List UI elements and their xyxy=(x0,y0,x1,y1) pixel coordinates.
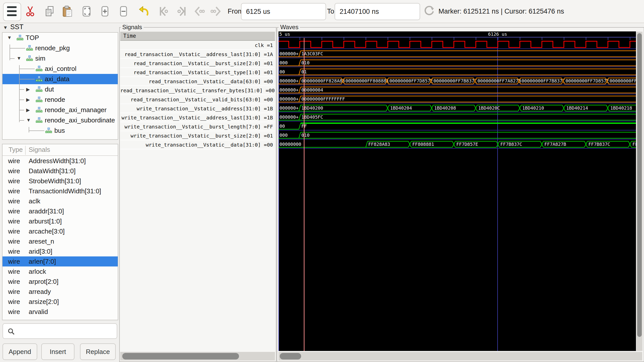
from-input[interactable] xyxy=(242,4,326,20)
signal-row[interactable]: write_transaction__Vstatic__data[31:0] =… xyxy=(120,140,275,149)
signal-row[interactable]: read_transaction__Vstatic__valid_bits[63… xyxy=(120,95,275,104)
tree-item-renode_pkg[interactable]: renode_pkg xyxy=(3,43,118,53)
signal-row[interactable]: read_transaction__Vstatic__address_last[… xyxy=(120,50,275,59)
tree-item-axi_data[interactable]: axi_data xyxy=(3,74,118,84)
signal-row[interactable]: clk =1 xyxy=(120,41,275,50)
table-row[interactable]: wire TransactionIdWidth[31:0] xyxy=(3,186,118,196)
table-row[interactable]: wire aclk xyxy=(3,196,118,206)
go-to-end-icon[interactable] xyxy=(176,5,188,17)
tree-item-bus[interactable]: bus xyxy=(3,125,118,136)
svg-text:5 us: 5 us xyxy=(279,31,290,37)
tree-item-label: renode_pkg xyxy=(35,44,70,52)
signal-type: wire xyxy=(8,258,20,265)
sst-label: SST xyxy=(10,23,24,31)
waves-vscrollbar-thumb[interactable] xyxy=(637,33,642,337)
tree-item-renode[interactable]: ▶ renode xyxy=(3,95,118,105)
signal-row[interactable]: write_transaction__Vstatic__address_last… xyxy=(120,113,275,122)
svg-text:1BD40208: 1BD40208 xyxy=(434,105,456,111)
tree-item-axi_control[interactable]: axi_control xyxy=(3,64,118,74)
shift-right-icon[interactable] xyxy=(211,5,223,17)
expander-open-icon[interactable]: ▼ xyxy=(26,117,31,123)
waves-hscrollbar[interactable] xyxy=(278,352,642,360)
table-row[interactable]: wire StrobeWidth[31:0] xyxy=(3,176,118,186)
tree-item-renode_axi_subordinate[interactable]: ▼ renode_axi_subordinate xyxy=(3,115,118,125)
signal-search-field[interactable] xyxy=(3,323,117,339)
from-entry[interactable] xyxy=(241,3,326,20)
signal-type: wire xyxy=(8,228,20,235)
svg-text:1BD40214: 1BD40214 xyxy=(566,105,588,111)
signal-row[interactable]: read_transaction__Vstatic__data[63:0] =0… xyxy=(120,77,275,86)
signals-hscrollbar-thumb[interactable] xyxy=(122,353,239,359)
table-row[interactable]: wire arlock xyxy=(3,266,118,277)
signal-row[interactable]: read_transaction__Vstatic__burst_type[1:… xyxy=(120,68,275,77)
tree-item-TOP[interactable]: ▼ TOP xyxy=(3,33,118,43)
hamburger-menu-button[interactable] xyxy=(3,3,21,21)
zoom-fit-icon[interactable] xyxy=(80,5,93,17)
table-row[interactable]: wire DataWidth[31:0] xyxy=(3,166,118,176)
column-separator xyxy=(25,146,26,155)
undo-icon[interactable] xyxy=(138,5,150,17)
hierarchy-tree: ▼ TOP renode_pkg▼ sim axi_control axi_da… xyxy=(2,32,118,140)
table-row[interactable]: wire araddr[31:0] xyxy=(3,206,118,216)
signals-hscrollbar[interactable] xyxy=(120,352,275,360)
tree-item-dut[interactable]: ▶ dut xyxy=(3,84,118,95)
signal-row[interactable]: read_transaction__Vstatic__transfer_byte… xyxy=(120,86,275,95)
hierarchy-icon xyxy=(36,96,43,103)
waveform-canvas[interactable]: 5 us6126 us000000+1A3C03FC00001000010000… xyxy=(278,31,636,351)
signals-list: Time clk =1read_transaction__Vstatic__ad… xyxy=(120,32,275,351)
signal-row[interactable]: read_transaction__Vstatic__burst_size[2:… xyxy=(120,59,275,68)
hierarchy-icon xyxy=(17,34,23,41)
zoom-in-icon[interactable] xyxy=(99,5,111,17)
search-input[interactable] xyxy=(18,324,116,339)
tree-item-renode_axi_manager[interactable]: ▶ renode_axi_manager xyxy=(3,105,118,115)
expander-closed-icon[interactable]: ▶ xyxy=(26,97,30,103)
expander-open-icon[interactable]: ▼ xyxy=(17,56,21,61)
signals-column-header: Signals xyxy=(29,146,50,154)
to-entry[interactable] xyxy=(335,3,420,20)
expander-closed-icon[interactable]: ▶ xyxy=(26,86,30,92)
sst-section-header[interactable]: ▼SST xyxy=(3,23,23,32)
table-row[interactable]: wire arsize[2:0] xyxy=(3,297,118,307)
insert-button[interactable]: Insert xyxy=(41,343,74,360)
signal-row[interactable]: write_transaction__Vstatic__burst_length… xyxy=(120,122,275,131)
svg-text:00000000FF7B837C: 00000000FF7B837C xyxy=(521,78,565,83)
tree-item-label: axi_data xyxy=(45,75,69,83)
table-row[interactable]: wire arlen[7:0] xyxy=(3,256,118,266)
table-row[interactable]: wire areset_n xyxy=(3,236,118,246)
table-row[interactable]: wire arvalid xyxy=(3,307,118,317)
table-row[interactable]: wire arcache[3:0] xyxy=(3,226,118,236)
copy-icon[interactable] xyxy=(44,5,56,17)
to-input[interactable] xyxy=(335,4,420,20)
table-row[interactable]: wire arready xyxy=(3,287,118,297)
paste-icon[interactable] xyxy=(61,5,73,17)
zoom-out-icon[interactable] xyxy=(117,5,130,17)
cut-icon[interactable] xyxy=(24,5,36,17)
signal-name: araddr[31:0] xyxy=(29,207,64,215)
signal-type: wire xyxy=(8,177,20,185)
svg-text:1BD40218: 1BD40218 xyxy=(610,105,632,111)
append-button[interactable]: Append xyxy=(3,343,37,360)
svg-text:FF7D857E: FF7D857E xyxy=(456,142,478,147)
toolbar: From: To: Marker: 6125121 ns | Cursor: 6… xyxy=(0,0,644,23)
table-row[interactable]: wire AddressWidth[31:0] xyxy=(3,156,118,166)
signal-name: aclk xyxy=(29,197,40,205)
waves-hscrollbar-thumb[interactable] xyxy=(280,353,301,359)
shift-left-icon[interactable] xyxy=(193,5,205,17)
signal-row[interactable]: write_transaction__Vstatic__burst_size[2… xyxy=(120,131,275,140)
table-row[interactable]: wire arburst[1:0] xyxy=(3,216,118,226)
expander-closed-icon[interactable]: ▶ xyxy=(26,107,30,113)
signal-row[interactable]: write_transaction__Vstatic__address[31:0… xyxy=(120,104,275,113)
hierarchy-icon xyxy=(36,86,43,93)
svg-text:000000+: 000000+ xyxy=(279,78,299,83)
svg-text:FF7B837C: FF7B837C xyxy=(500,142,522,147)
tree-item-sim[interactable]: ▼ sim xyxy=(3,53,118,64)
table-row[interactable]: wire arid[3:0] xyxy=(3,246,118,256)
expander-open-icon[interactable]: ▼ xyxy=(7,35,12,40)
go-to-start-icon[interactable] xyxy=(157,5,170,17)
reload-icon[interactable] xyxy=(423,5,435,17)
table-row[interactable]: wire arprot[2:0] xyxy=(3,277,118,287)
hamburger-icon xyxy=(7,6,17,8)
svg-text:000: 000 xyxy=(279,132,288,138)
replace-button[interactable]: Replace xyxy=(80,343,116,360)
waves-vscrollbar[interactable] xyxy=(636,32,642,351)
